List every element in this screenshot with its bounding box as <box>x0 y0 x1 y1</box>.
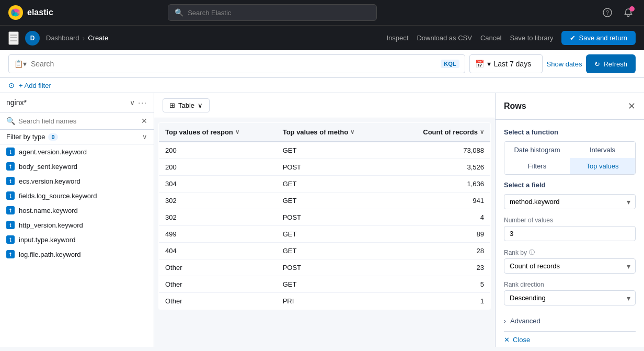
select-field-group: Select a field method.keyword <box>504 181 636 209</box>
field-list: t agent.version.keyword t body_sent.keyw… <box>0 144 154 347</box>
table-cell-count: 3,526 <box>390 159 490 176</box>
field-list-item[interactable]: t http_version.keyword <box>0 218 154 232</box>
data-table: Top values of respon ∨ Top values of met… <box>158 122 491 310</box>
table-cell-method: GET <box>277 142 391 159</box>
table-cell-method: GET <box>277 193 391 209</box>
top-nav-icons: ? <box>600 5 636 20</box>
field-list-item[interactable]: t fields.log_source.keyword <box>0 188 154 203</box>
number-of-values-group: Number of values <box>504 217 636 241</box>
filter-type-chevron-icon: ∨ <box>142 133 147 141</box>
table-icon: ⊞ <box>169 101 175 109</box>
save-library-button[interactable]: Save to library <box>510 34 553 42</box>
filter-by-type[interactable]: Filter by type 0 ∨ <box>0 130 154 144</box>
rank-by-select-wrap: Count of records <box>504 258 636 274</box>
field-list-item[interactable]: t agent.version.keyword <box>0 144 154 159</box>
rank-direction-select[interactable]: Descending <box>504 290 636 305</box>
advanced-label: Advanced <box>510 317 540 325</box>
header-actions: Inspect Download as CSV Cancel Save to l… <box>387 31 636 45</box>
index-pattern-name[interactable]: nginx* <box>6 98 126 107</box>
svg-text:?: ? <box>606 10 609 16</box>
search-dropdown-icon[interactable]: 📋▾ <box>14 60 27 68</box>
select-function-label: Select a function <box>504 128 636 136</box>
table-cell-method: PRI <box>277 293 391 310</box>
rows-panel: Rows ✕ Select a function Date histogram … <box>495 93 644 347</box>
number-of-values-input[interactable] <box>504 226 636 241</box>
save-return-button[interactable]: ✔ Save and return <box>561 31 636 45</box>
table-cell-response: 499 <box>159 226 277 243</box>
breadcrumb-create: Create <box>88 34 108 42</box>
table-cell-response: 302 <box>159 209 277 226</box>
field-list-item[interactable]: t input.type.keyword <box>0 232 154 247</box>
field-search-clear-icon[interactable]: ✕ <box>141 117 147 125</box>
show-dates-button[interactable]: Show dates <box>547 60 582 68</box>
advanced-row[interactable]: › Advanced <box>504 313 636 329</box>
top-nav: elastic 🔍 Search Elastic ? <box>0 0 644 25</box>
field-name: host.name.keyword <box>19 207 78 214</box>
field-list-item[interactable]: t ecs.version.keyword <box>0 174 154 188</box>
table-cell-count: 941 <box>390 193 490 209</box>
rows-panel-body: Select a function Date histogram Interva… <box>496 120 644 347</box>
menu-button[interactable]: ☰ <box>8 31 19 45</box>
field-type-icon: t <box>6 221 15 229</box>
svg-point-3 <box>11 9 15 16</box>
date-picker[interactable]: 📅 ▾ Last 7 days <box>469 54 543 73</box>
field-list-item[interactable]: t log.file.path.keyword <box>0 247 154 262</box>
rows-panel-close-button[interactable]: ✕ <box>628 100 636 112</box>
field-select-wrap: method.keyword <box>504 194 636 209</box>
field-search-input[interactable] <box>18 117 138 125</box>
close-section[interactable]: ✕ Close <box>504 331 636 347</box>
cancel-button[interactable]: Cancel <box>480 34 501 42</box>
download-csv-button[interactable]: Download as CSV <box>417 34 472 42</box>
col-header-count[interactable]: Count of records ∨ <box>390 123 490 142</box>
global-search-bar[interactable]: 🔍 Search Elastic <box>168 4 377 21</box>
search-input[interactable] <box>31 60 436 68</box>
table-row: Other PRI 1 <box>159 293 491 310</box>
field-list-item[interactable]: t host.name.keyword <box>0 203 154 218</box>
col-header-response[interactable]: Top values of respon ∨ <box>159 123 277 142</box>
app-name: elastic <box>27 8 53 17</box>
table-cell-method: POST <box>277 159 391 176</box>
filter-by-type-label: Filter by type <box>6 133 45 141</box>
table-cell-response: 304 <box>159 176 277 193</box>
search-input-wrap[interactable]: 📋▾ KQL <box>8 54 465 73</box>
notifications-icon[interactable] <box>621 5 636 20</box>
refresh-button[interactable]: ↻ Refresh <box>586 54 636 73</box>
index-chevron-icon[interactable]: ∨ <box>130 98 135 107</box>
table-cell-response: Other <box>159 293 277 310</box>
date-histogram-option[interactable]: Date histogram <box>504 142 570 158</box>
index-options-icon[interactable]: ··· <box>138 98 147 107</box>
sort-icon-response: ∨ <box>235 129 239 135</box>
intervals-option[interactable]: Intervals <box>570 142 635 158</box>
rank-by-select[interactable]: Count of records <box>504 258 636 274</box>
breadcrumb-dashboard[interactable]: Dashboard <box>46 34 79 42</box>
field-type-icon: t <box>6 235 15 244</box>
field-select[interactable]: method.keyword <box>504 194 636 209</box>
top-values-option[interactable]: Top values <box>570 158 635 174</box>
kql-badge[interactable]: KQL <box>441 60 459 68</box>
table-type-chevron-icon: ∨ <box>198 101 203 109</box>
table-type-button[interactable]: ⊞ Table ∨ <box>163 98 210 112</box>
rows-panel-header: Rows ✕ <box>496 93 644 120</box>
table-cell-count: 28 <box>390 243 490 259</box>
table-row: 302 GET 941 <box>159 193 491 209</box>
rank-by-info-icon[interactable]: ⓘ <box>529 248 535 256</box>
field-type-icon: t <box>6 177 15 185</box>
close-label: Close <box>513 336 530 344</box>
filters-option[interactable]: Filters <box>504 158 570 174</box>
field-name: agent.version.keyword <box>19 148 87 156</box>
filter-type-count: 0 <box>48 133 58 141</box>
main-content: nginx* ∨ ··· 🔍 ✕ Filter by type 0 ∨ t ag… <box>0 93 644 347</box>
inspect-button[interactable]: Inspect <box>387 34 409 42</box>
sort-icon-count: ∨ <box>480 129 484 135</box>
field-name: log.file.path.keyword <box>19 251 81 258</box>
help-icon[interactable]: ? <box>600 5 615 20</box>
add-filter-button[interactable]: + Add filter <box>19 82 51 89</box>
table-row: 499 GET 89 <box>159 226 491 243</box>
filter-icon[interactable]: ⊙ <box>8 81 15 89</box>
col-header-method[interactable]: Top values of metho ∨ <box>277 123 391 142</box>
advanced-chevron-icon: › <box>504 318 506 325</box>
field-list-item[interactable]: t body_sent.keyword <box>0 159 154 174</box>
table-row: Other POST 23 <box>159 259 491 276</box>
table-cell-method: GET <box>277 176 391 193</box>
table-cell-method: GET <box>277 243 391 259</box>
